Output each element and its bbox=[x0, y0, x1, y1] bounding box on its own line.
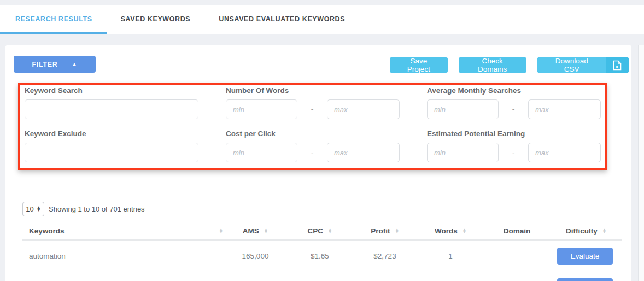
estimated-potential-earning-min-input[interactable] bbox=[427, 143, 499, 162]
sort-icon[interactable]: ▲▼ bbox=[264, 229, 268, 233]
column-header-difficulty[interactable]: Difficulty ▲▼ bbox=[551, 227, 622, 235]
keyword-exclude-group: Keyword Exclude bbox=[25, 130, 198, 162]
number-of-words-group: Number Of Words - bbox=[226, 86, 400, 119]
number-of-words-label: Number Of Words bbox=[226, 86, 400, 95]
column-header-domain[interactable]: Domain bbox=[483, 227, 551, 235]
estimated-potential-earning-group: Estimated Potential Earning - bbox=[427, 130, 601, 162]
keyword-search-group: Keyword Search bbox=[25, 86, 198, 119]
keyword-search-label: Keyword Search bbox=[25, 86, 198, 95]
average-monthly-searches-group: Average Monthly Searches - bbox=[427, 86, 601, 119]
save-project-button[interactable]: Save Project bbox=[390, 57, 448, 73]
main-panel: FILTER ▲ Save Project Check Domains Down… bbox=[5, 45, 631, 281]
showing-entries-text: Showing 1 to 10 of 701 entries bbox=[49, 202, 145, 216]
table-row: email marketing 74,000 $15.66 $11,588 2 … bbox=[22, 272, 622, 281]
page-size-value: 10 bbox=[26, 205, 33, 213]
column-header-cpc[interactable]: CPC ▲▼ bbox=[288, 227, 352, 235]
check-domains-label: Check Domains bbox=[467, 57, 518, 73]
tab-label: RESEARCH RESULTS bbox=[15, 15, 92, 23]
column-header-keywords[interactable]: Keywords ▲▼ bbox=[22, 227, 223, 235]
vertical-scrollbar[interactable] bbox=[638, 45, 644, 281]
svg-text:x: x bbox=[616, 64, 618, 69]
tab-saved-keywords[interactable]: SAVED KEYWORDS bbox=[107, 5, 205, 34]
cost-per-click-group: Cost per Click - bbox=[226, 130, 400, 162]
average-monthly-searches-max-input[interactable] bbox=[528, 99, 601, 119]
cost-per-click-min-input[interactable] bbox=[226, 143, 297, 162]
table-header-row: Keywords ▲▼ AMS ▲▼ CPC ▲▼ Profit ▲▼ Word… bbox=[22, 223, 622, 241]
estimated-potential-earning-label: Estimated Potential Earning bbox=[427, 130, 601, 138]
sort-icon[interactable]: ▲▼ bbox=[328, 229, 332, 233]
tab-research-results[interactable]: RESEARCH RESULTS bbox=[0, 5, 107, 34]
column-header-profit[interactable]: Profit ▲▼ bbox=[352, 227, 418, 235]
check-domains-button[interactable]: Check Domains bbox=[459, 57, 526, 73]
sort-icon[interactable]: ▲▼ bbox=[219, 229, 223, 233]
evaluate-button[interactable]: Evaluate bbox=[557, 278, 613, 281]
sort-icon[interactable]: ▲▼ bbox=[395, 229, 399, 233]
evaluate-button[interactable]: Evaluate bbox=[557, 248, 613, 265]
cell-keyword: automation bbox=[22, 252, 223, 260]
column-label: Domain bbox=[504, 227, 531, 235]
filter-button-label: FILTER bbox=[32, 61, 57, 68]
keyword-search-input[interactable] bbox=[25, 99, 198, 119]
column-label: AMS bbox=[243, 227, 259, 235]
range-separator: - bbox=[499, 105, 528, 114]
cost-per-click-label: Cost per Click bbox=[226, 130, 400, 138]
page-size-select[interactable]: 10 ▲▼ bbox=[22, 202, 44, 216]
sort-icon[interactable]: ▲▼ bbox=[462, 229, 466, 233]
tab-label: SAVED KEYWORDS bbox=[121, 15, 191, 23]
column-label: Keywords bbox=[29, 227, 65, 235]
download-csv-button[interactable]: Download CSV x bbox=[537, 57, 629, 73]
cost-per-click-max-input[interactable] bbox=[327, 143, 400, 162]
column-label: Profit bbox=[371, 227, 390, 235]
keyword-exclude-label: Keyword Exclude bbox=[25, 130, 198, 138]
range-separator: - bbox=[297, 105, 327, 114]
average-monthly-searches-label: Average Monthly Searches bbox=[427, 86, 601, 95]
stepper-arrows-icon: ▲▼ bbox=[37, 207, 41, 212]
csv-file-icon: x bbox=[606, 57, 629, 73]
tab-bar: RESEARCH RESULTS SAVED KEYWORDS UNSAVED … bbox=[0, 5, 644, 34]
column-header-ams[interactable]: AMS ▲▼ bbox=[223, 227, 288, 235]
download-csv-label: Download CSV bbox=[537, 57, 606, 73]
sort-icon[interactable]: ▲▼ bbox=[602, 229, 606, 233]
cell-cpc: $1.65 bbox=[288, 252, 352, 260]
tab-unsaved-evaluated-keywords[interactable]: UNSAVED EVALUATED KEYWORDS bbox=[204, 5, 359, 34]
column-label: Difficulty bbox=[566, 227, 598, 235]
column-label: Words bbox=[435, 227, 458, 235]
column-label: CPC bbox=[308, 227, 324, 235]
keyword-exclude-input[interactable] bbox=[25, 143, 198, 162]
cell-ams: 165,000 bbox=[223, 252, 288, 260]
average-monthly-searches-min-input[interactable] bbox=[427, 99, 499, 119]
range-separator: - bbox=[297, 148, 327, 157]
tab-label: UNSAVED EVALUATED KEYWORDS bbox=[219, 15, 345, 23]
save-project-label: Save Project bbox=[398, 57, 440, 73]
filter-panel: Keyword Search Number Of Words - Average… bbox=[18, 83, 607, 170]
cell-profit: $2,723 bbox=[352, 252, 418, 260]
caret-up-icon: ▲ bbox=[72, 62, 78, 67]
table-row: automation 165,000 $1.65 $2,723 1 Evalua… bbox=[22, 242, 622, 271]
toolbar-actions: Save Project Check Domains Download CSV … bbox=[390, 57, 629, 73]
number-of-words-max-input[interactable] bbox=[327, 99, 400, 119]
number-of-words-min-input[interactable] bbox=[226, 99, 297, 119]
column-header-words[interactable]: Words ▲▼ bbox=[418, 227, 483, 235]
filter-toggle-button[interactable]: FILTER ▲ bbox=[14, 56, 96, 73]
cell-words: 1 bbox=[418, 252, 483, 260]
estimated-potential-earning-max-input[interactable] bbox=[528, 143, 601, 162]
range-separator: - bbox=[499, 148, 528, 157]
